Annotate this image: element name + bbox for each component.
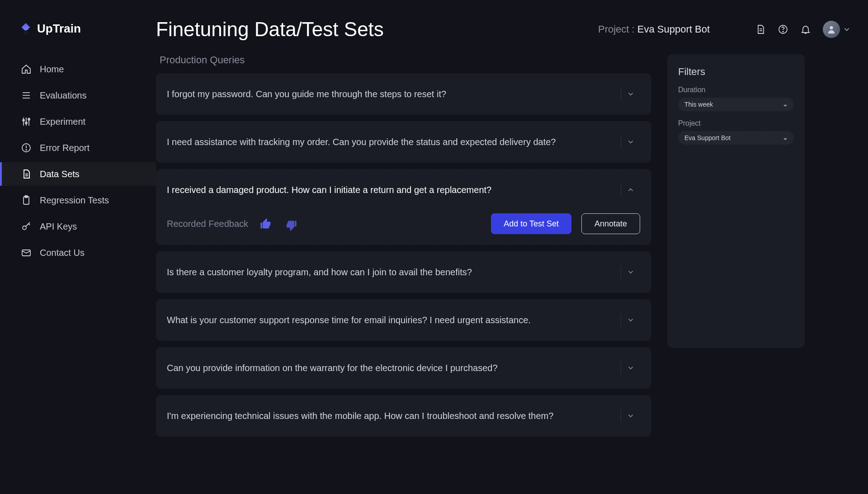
query-card-expanded: I received a damaged product. How can I … [156,169,651,245]
sidebar-item-experiment[interactable]: Experiment [0,110,156,133]
list-icon [21,90,32,101]
query-row[interactable]: I need assistance with tracking my order… [156,121,651,163]
sidebar-item-label: Contact Us [40,248,85,258]
filter-duration-value: This week [684,101,713,108]
query-card: I forgot my password. Can you guide me t… [156,73,651,115]
project-breadcrumb: Project : Eva Support Bot [598,24,710,35]
document-icon [21,169,32,179]
sidebar-item-label: Home [40,64,64,75]
filter-project-label: Project [678,119,794,127]
sidebar-item-api-keys[interactable]: API Keys [0,215,156,238]
sidebar-item-error-report[interactable]: Error Report [0,136,156,160]
logo-mark-icon [19,22,33,36]
bell-icon[interactable] [800,24,811,35]
project-name: Eva Support Bot [637,24,710,35]
brand-name: UpTrain [37,22,81,36]
chevron-down-icon [621,268,640,276]
query-text: Can you provide information on the warra… [167,362,621,375]
filters-title: Filters [678,66,794,78]
chevron-down-icon [621,412,640,420]
chevron-down-icon [621,364,640,372]
svg-point-25 [830,26,833,29]
query-expanded-actions: Recorded Feedback Add to Test Set Annota… [156,211,651,245]
content-area: Production Queries I forgot my password.… [156,54,850,494]
sidebar-item-regression-tests[interactable]: Regression Tests [0,188,156,212]
mail-icon [21,247,32,258]
query-row[interactable]: Is there a customer loyalty program, and… [156,251,651,293]
annotate-button[interactable]: Annotate [581,213,640,234]
user-menu[interactable] [823,21,850,38]
help-icon[interactable] [778,24,788,35]
recorded-feedback-label: Recorded Feedback [167,219,248,229]
query-card: Can you provide information on the warra… [156,347,651,389]
app-root: UpTrain Home Evaluations Experiment Erro… [0,0,868,494]
page-title: Finetuning Data/Test Sets [156,18,384,41]
add-to-test-set-button[interactable]: Add to Test Set [491,213,571,234]
sidebar-item-label: API Keys [40,221,77,232]
chevron-up-icon [621,186,640,194]
section-label: Production Queries [156,54,651,66]
sidebar-item-label: Error Report [40,143,90,153]
sidebar-item-label: Data Sets [40,169,80,179]
thumbs-down-icon[interactable] [283,216,299,231]
filters-panel: Filters Duration This week Project Eva S… [667,54,805,348]
query-text: I forgot my password. Can you guide me t… [167,88,621,101]
filter-project-select[interactable]: Eva Support Bot [678,131,794,145]
header: Finetuning Data/Test Sets Project : Eva … [156,18,850,41]
svg-line-19 [28,224,30,225]
docs-icon[interactable] [755,24,766,35]
sidebar-item-home[interactable]: Home [0,57,156,81]
query-text: What is your customer support response t… [167,314,621,327]
filter-project-value: Eva Support Bot [684,134,731,141]
chevron-down-icon [783,136,788,140]
logo: UpTrain [0,22,156,36]
query-row[interactable]: I received a damaged product. How can I … [156,169,651,211]
clipboard-icon [21,195,32,206]
main-content: Finetuning Data/Test Sets Project : Eva … [156,0,868,494]
sidebar-item-evaluations[interactable]: Evaluations [0,84,156,107]
svg-point-17 [23,226,26,230]
queries-panel: Production Queries I forgot my password.… [156,54,651,494]
header-actions [755,21,850,38]
sidebar: UpTrain Home Evaluations Experiment Erro… [0,0,156,494]
query-row[interactable]: I'm experiencing technical issues with t… [156,395,651,437]
query-card: I need assistance with tracking my order… [156,121,651,163]
chevron-down-icon [621,316,640,324]
query-list: I forgot my password. Can you guide me t… [156,73,651,437]
home-icon [21,64,32,75]
sidebar-item-data-sets[interactable]: Data Sets [0,162,156,186]
chevron-down-icon [783,102,788,107]
sidebar-item-label: Experiment [40,117,85,127]
sidebar-nav: Home Evaluations Experiment Error Report… [0,57,156,264]
thumbs-up-icon[interactable] [258,216,274,231]
sidebar-item-contact-us[interactable]: Contact Us [0,241,156,264]
svg-point-0 [24,30,28,34]
svg-point-12 [26,150,27,151]
sidebar-item-label: Regression Tests [40,195,109,206]
filter-duration-select[interactable]: This week [678,98,794,111]
query-row[interactable]: What is your customer support response t… [156,299,651,341]
sliders-icon [21,116,32,127]
query-row[interactable]: I forgot my password. Can you guide me t… [156,73,651,115]
sidebar-item-label: Evaluations [40,90,86,101]
query-card: I'm experiencing technical issues with t… [156,395,651,437]
key-icon [21,221,32,232]
chevron-down-icon [621,138,640,146]
chevron-down-icon [621,90,640,98]
query-card: What is your customer support response t… [156,299,651,341]
query-row[interactable]: Can you provide information on the warra… [156,347,651,389]
chevron-down-icon [844,26,850,33]
query-text: Is there a customer loyalty program, and… [167,266,621,279]
query-text: I'm experiencing technical issues with t… [167,409,621,423]
filter-duration-label: Duration [678,86,794,94]
project-prefix: Project : [598,24,637,35]
svg-point-24 [783,31,783,32]
query-text: I need assistance with tracking my order… [167,136,621,149]
avatar [823,21,840,38]
query-text: I received a damaged product. How can I … [167,183,621,197]
query-card: Is there a customer loyalty program, and… [156,251,651,293]
alert-icon [21,142,32,153]
